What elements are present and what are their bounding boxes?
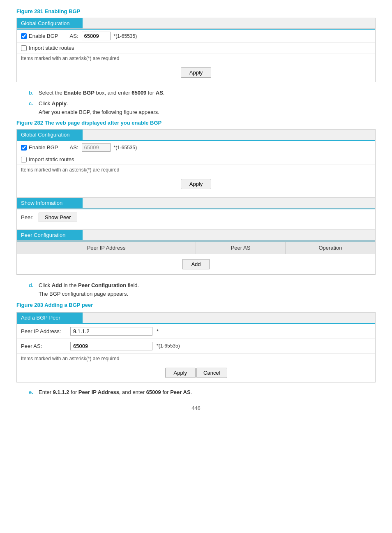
- figure-281-title: Figure 281 Enabling BGP: [16, 8, 376, 14]
- fig282-global-config-header: Global Configuration: [17, 130, 83, 140]
- fig283-peer-as-label: Peer AS:: [21, 343, 66, 349]
- fig282-table-header-row: Peer IP Address Peer AS Operation: [17, 242, 375, 254]
- fig283-add-bgp-header: Add a BGP Peer: [17, 313, 83, 323]
- figure-282-title: Figure 282 The web page displayed after …: [16, 120, 376, 126]
- fig282-add-button[interactable]: Add: [182, 259, 209, 269]
- fig282-col-operation: Operation: [286, 242, 375, 254]
- fig282-peer-config-section: Peer Configuration Peer IP Address Peer …: [17, 229, 375, 274]
- fig282-show-info-section: Show Information Peer: Show Peer: [17, 197, 375, 225]
- fig281-enable-bgp-row: Enable BGP AS: *(1-65535): [17, 30, 375, 43]
- instruction-e-list: e. Enter 9.1.1.2 for Peer IP Address, an…: [29, 388, 376, 397]
- fig281-import-static-row: Import static routes: [17, 43, 375, 53]
- fig282-required-note: Items marked with an asterisk(*) are req…: [17, 165, 375, 175]
- fig282-col-peer-ip: Peer IP Address: [17, 242, 196, 254]
- fig282-global-config-box: Global Configuration Enable BGP AS: *(1-…: [16, 129, 376, 275]
- fig281-global-config-header: Global Configuration: [17, 18, 83, 28]
- fig282-peer-label: Peer:: [21, 214, 34, 220]
- fig281-import-static-text: Import static routes: [29, 45, 74, 51]
- fig282-show-peer-button[interactable]: Show Peer: [39, 213, 77, 222]
- fig281-apply-button[interactable]: Apply: [181, 67, 212, 78]
- fig282-enable-bgp-text: Enable BGP: [29, 144, 58, 151]
- fig282-import-static-row: Import static routes: [17, 154, 375, 165]
- fig282-enable-bgp-checkbox[interactable]: [21, 145, 27, 151]
- instruction-c: c. Click Apply. After you enable BGP, th…: [29, 100, 376, 117]
- instruction-c-label: c.: [29, 100, 35, 117]
- figure-283-title: Figure 283 Adding a BGP peer: [16, 302, 376, 308]
- fig282-col-peer-as: Peer AS: [196, 242, 286, 254]
- fig281-as-label: AS:: [70, 33, 78, 39]
- instruction-b-text: Select the Enable BGP box, and enter 650…: [39, 89, 376, 97]
- fig281-range-hint: *(1-65535): [114, 33, 137, 39]
- fig282-range-hint: *(1-65535): [114, 145, 137, 151]
- fig283-apply-cancel-row: Apply Cancel: [17, 364, 375, 382]
- fig283-peer-ip-label: Peer IP Address:: [21, 328, 66, 334]
- instructions-b-c: b. Select the Enable BGP box, and enter …: [29, 89, 376, 116]
- instruction-d-text: Click Add in the Peer Configuration fiel…: [39, 281, 376, 299]
- fig281-enable-bgp-text: Enable BGP: [29, 33, 58, 39]
- fig283-cancel-button[interactable]: Cancel: [196, 368, 227, 378]
- fig283-peer-as-range: *(1-65535): [157, 343, 180, 349]
- fig281-import-static-label[interactable]: Import static routes: [21, 45, 74, 51]
- fig281-enable-bgp-label[interactable]: Enable BGP: [21, 33, 58, 39]
- fig283-peer-ip-row: Peer IP Address: *: [17, 324, 375, 339]
- fig282-as-input[interactable]: [82, 143, 111, 152]
- fig283-peer-as-row: Peer AS: *(1-65535): [17, 339, 375, 354]
- instruction-e-label: e.: [29, 388, 35, 397]
- fig282-show-info-header: Show Information: [17, 198, 83, 208]
- fig282-apply-row: Apply: [17, 175, 375, 193]
- fig282-enable-bgp-label[interactable]: Enable BGP: [21, 144, 58, 151]
- fig282-show-peer-row: Peer: Show Peer: [17, 209, 375, 225]
- fig282-as-label: AS:: [70, 144, 78, 151]
- fig281-required-note: Items marked with an asterisk(*) are req…: [17, 53, 375, 63]
- fig281-as-input[interactable]: [82, 32, 111, 40]
- fig283-required-note: Items marked with an asterisk(*) are req…: [17, 354, 375, 364]
- fig281-apply-row: Apply: [17, 63, 375, 82]
- instruction-b-label: b.: [29, 89, 35, 97]
- fig282-import-static-text: Import static routes: [29, 156, 74, 162]
- instruction-e-text: Enter 9.1.1.2 for Peer IP Address, and e…: [39, 388, 376, 397]
- fig282-import-static-label[interactable]: Import static routes: [21, 156, 74, 162]
- fig282-import-static-checkbox[interactable]: [21, 157, 27, 162]
- fig283-peer-ip-star: *: [157, 328, 159, 334]
- fig282-add-row: Add: [17, 254, 375, 274]
- instruction-e: e. Enter 9.1.1.2 for Peer IP Address, an…: [29, 388, 376, 397]
- instruction-d-label: d.: [29, 281, 35, 299]
- page-number: 446: [16, 405, 376, 411]
- instruction-d-list: d. Click Add in the Peer Configuration f…: [29, 281, 376, 299]
- fig282-apply-button[interactable]: Apply: [181, 179, 212, 189]
- instruction-d: d. Click Add in the Peer Configuration f…: [29, 281, 376, 299]
- instruction-b: b. Select the Enable BGP box, and enter …: [29, 89, 376, 97]
- fig281-import-static-checkbox[interactable]: [21, 45, 27, 51]
- fig282-peer-config-header: Peer Configuration: [17, 230, 83, 240]
- fig283-add-bgp-box: Add a BGP Peer Peer IP Address: * Peer A…: [16, 312, 376, 382]
- fig283-peer-ip-input[interactable]: [70, 327, 152, 336]
- fig281-enable-bgp-checkbox[interactable]: [21, 33, 27, 39]
- fig283-peer-as-input[interactable]: [70, 342, 152, 350]
- fig282-peer-table: Peer IP Address Peer AS Operation Add: [17, 241, 375, 274]
- fig283-apply-button[interactable]: Apply: [165, 368, 196, 378]
- fig281-global-config-box: Global Configuration Enable BGP AS: *(1-…: [16, 18, 376, 82]
- instruction-c-text: Click Apply. After you enable BGP, the f…: [39, 100, 376, 117]
- fig282-enable-bgp-row: Enable BGP AS: *(1-65535): [17, 141, 375, 154]
